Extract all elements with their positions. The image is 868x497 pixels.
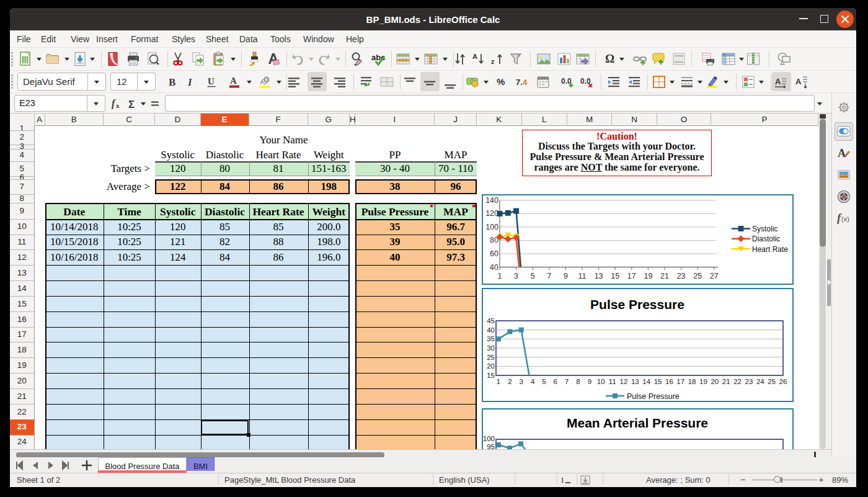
svg-text:Heart Rate: Heart Rate [752,245,788,254]
svg-text:22: 22 [733,378,742,385]
svg-text:23: 23 [677,272,686,280]
svg-text:7.: 7. [516,78,523,87]
svg-text:8: 8 [576,378,580,385]
svg-text:16: 16 [665,378,673,385]
svg-text:2: 2 [508,378,512,385]
svg-text:40: 40 [487,326,495,334]
svg-text:25: 25 [768,378,776,385]
svg-text:27: 27 [710,272,719,280]
svg-text:30: 30 [487,344,495,352]
svg-text:5: 5 [531,272,535,280]
svg-text:40: 40 [490,263,498,272]
svg-text:20: 20 [487,362,495,370]
svg-text:6: 6 [554,378,557,385]
svg-text:Ω: Ω [605,52,614,65]
svg-text:4: 4 [523,78,528,87]
svg-text:3: 3 [514,272,518,280]
svg-text:4: 4 [531,378,535,385]
svg-text:Systolic: Systolic [752,225,777,233]
svg-text:26: 26 [779,378,787,385]
svg-text:24: 24 [756,378,764,385]
svg-text:13: 13 [631,378,639,385]
svg-text:60: 60 [490,249,498,258]
svg-text:25: 25 [693,272,702,280]
svg-text:1: 1 [497,378,500,385]
svg-text:Pulse Pressure: Pulse Pressure [590,297,684,311]
svg-text:23: 23 [745,378,753,385]
svg-text:5: 5 [542,378,546,385]
svg-text:Pulse Pressure: Pulse Pressure [627,392,680,401]
svg-text:7: 7 [547,272,551,280]
svg-text:3: 3 [520,378,523,385]
svg-text:140: 140 [485,196,498,205]
svg-text:0.0: 0.0 [561,77,572,86]
svg-text:A: A [230,76,237,86]
svg-text:A: A [838,147,846,159]
svg-text:1: 1 [498,272,502,280]
svg-text:9: 9 [588,378,591,385]
svg-text:15: 15 [654,378,662,385]
svg-text:%: % [497,76,505,87]
svg-text:100: 100 [483,435,495,442]
svg-text:100: 100 [485,223,498,231]
svg-text:12: 12 [620,378,628,385]
svg-text:7: 7 [565,378,569,385]
svg-text:A: A [472,53,477,60]
svg-text:10: 10 [597,378,605,385]
svg-text:A: A [775,77,781,86]
svg-text:15: 15 [487,372,495,379]
svg-text:21: 21 [660,272,669,280]
svg-text:11: 11 [578,272,587,280]
svg-text:15: 15 [611,272,619,280]
svg-text:120: 120 [485,209,498,218]
svg-text:18: 18 [688,378,696,385]
svg-text:35: 35 [487,335,495,343]
svg-text:I: I [187,76,193,88]
svg-text:Σ: Σ [128,99,135,110]
svg-text:21: 21 [722,378,730,385]
svg-text:13: 13 [595,272,603,280]
svg-text:17: 17 [627,272,636,280]
svg-text:x: x [116,102,120,109]
svg-text:19: 19 [699,378,707,385]
svg-text:Diastolic: Diastolic [752,235,780,243]
svg-text:B: B [169,76,175,88]
svg-text:25: 25 [487,354,495,361]
svg-text:9: 9 [564,272,568,280]
svg-text:Mean Arterial Pressure: Mean Arterial Pressure [567,416,708,430]
svg-text:19: 19 [644,272,652,280]
svg-text:14: 14 [642,378,650,385]
svg-text:U: U [208,76,215,86]
svg-text:A: A [795,77,802,86]
svg-text:11: 11 [609,378,616,385]
svg-text:20: 20 [711,378,719,385]
svg-text:95: 95 [487,443,495,449]
svg-text:f: f [112,98,116,109]
svg-text:45: 45 [487,317,495,325]
svg-text:z: z [491,58,495,65]
svg-text:17: 17 [676,378,684,385]
